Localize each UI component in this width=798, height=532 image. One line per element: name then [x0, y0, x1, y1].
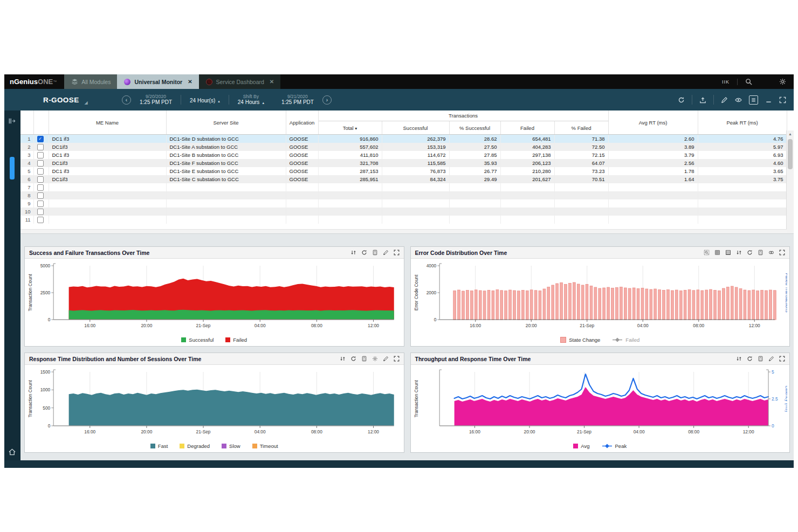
table-row-empty[interactable]: 8: [20, 191, 787, 199]
settings-gear-icon[interactable]: [779, 78, 786, 85]
chart-plot-area[interactable]: 02000400016:0020:0021-Sep04:0008:0012:00…: [413, 260, 788, 334]
row-checkbox[interactable]: [37, 209, 44, 215]
table-row[interactable]: 6 DC1if3 DC1-Site C substation to GCC GO…: [20, 175, 787, 183]
table-scrollbar[interactable]: ▲: [786, 130, 794, 233]
timeline-back-button[interactable]: ‹: [122, 95, 131, 105]
edit-icon[interactable]: [768, 356, 774, 362]
legend-item-avg[interactable]: Avg: [573, 443, 589, 449]
refresh-icon[interactable]: [747, 356, 753, 362]
edit-icon[interactable]: [383, 250, 389, 255]
table-row-empty[interactable]: 11: [20, 216, 787, 224]
table-row[interactable]: 4 DC1if3 DC1-Site F substation to GCC GO…: [20, 159, 787, 167]
row-checkbox[interactable]: [37, 201, 44, 207]
tab-close-icon[interactable]: ✕: [188, 79, 192, 85]
edit-icon[interactable]: [721, 96, 728, 103]
minimize-icon[interactable]: [765, 96, 772, 103]
tab-all-modules[interactable]: All Modules: [64, 74, 117, 89]
calculator-icon[interactable]: [372, 250, 378, 255]
row-checkbox[interactable]: [37, 217, 44, 223]
legend-item-fast[interactable]: Fast: [150, 443, 168, 449]
row-checkbox[interactable]: [37, 152, 44, 158]
user-initials[interactable]: IIK: [722, 79, 730, 85]
legend-item-timeout[interactable]: Timeout: [252, 443, 278, 449]
expand-icon[interactable]: [779, 96, 786, 103]
expand-icon[interactable]: [779, 356, 785, 362]
legend-item-state-change[interactable]: State Change: [560, 337, 600, 343]
legend-icon[interactable]: [749, 95, 758, 105]
table-row-empty[interactable]: 7: [20, 183, 787, 191]
tab-close-icon[interactable]: ✕: [270, 79, 274, 85]
table-icon[interactable]: [725, 250, 731, 255]
row-checkbox[interactable]: [37, 176, 44, 183]
link-icon[interactable]: [768, 250, 774, 255]
export-icon[interactable]: [699, 96, 706, 103]
eye-icon[interactable]: [735, 96, 742, 103]
legend-item-failed[interactable]: Failed: [612, 337, 639, 343]
refresh-icon[interactable]: [350, 356, 356, 362]
chart-plot-area[interactable]: 02500500016:0020:0021-Sep04:0008:0012:00…: [27, 260, 402, 334]
row-checkbox[interactable]: [37, 168, 44, 175]
legend-item-peak[interactable]: Peak: [602, 443, 627, 449]
column-header-me-name[interactable]: ME Name: [49, 110, 166, 135]
column-header-pct-successful[interactable]: % Successful: [449, 121, 500, 135]
scrollbar-thumb[interactable]: [788, 139, 793, 169]
end-datetime[interactable]: 9/21/2020 1:25 PM PDT: [273, 94, 322, 106]
search-icon[interactable]: [745, 78, 752, 85]
start-datetime[interactable]: 9/20/2020 1:25 PM PDT: [131, 94, 181, 106]
row-checkbox[interactable]: [37, 192, 44, 199]
duration-selector[interactable]: 24 Hour(s)▴: [181, 94, 229, 105]
flip-icon[interactable]: [736, 250, 742, 255]
column-header-server-site[interactable]: Server Site: [166, 110, 286, 135]
column-header-avg-rt[interactable]: Avg RT (ms): [608, 110, 698, 135]
calculator-icon[interactable]: [361, 356, 367, 362]
calculator-icon[interactable]: [758, 356, 763, 362]
cell-me-name: DC1if3: [49, 175, 166, 183]
flip-icon[interactable]: [340, 356, 346, 362]
panel-title: Error Code Distribution Over Time: [415, 250, 507, 256]
expand-icon[interactable]: [394, 356, 400, 362]
legend-item-successful[interactable]: Successful: [181, 337, 214, 343]
row-checkbox[interactable]: ✓: [37, 136, 44, 142]
legend-item-degraded[interactable]: Degraded: [180, 443, 210, 449]
column-header-application[interactable]: Application: [286, 110, 318, 135]
zoom-select-icon[interactable]: [704, 250, 710, 255]
table-row[interactable]: 2 DC1if3 DC1-Site A substation to GCC GO…: [20, 143, 787, 151]
calculator-icon[interactable]: [758, 250, 763, 255]
refresh-icon[interactable]: [747, 250, 753, 255]
refresh-icon[interactable]: [678, 96, 685, 103]
home-icon[interactable]: [8, 448, 16, 456]
row-checkbox[interactable]: [37, 184, 44, 191]
shift-by-selector[interactable]: Shift By 24 Hours▴: [229, 94, 273, 106]
grid-icon[interactable]: [714, 250, 720, 255]
table-row[interactable]: 3 DC1 if3 DC1-Site B substation to GCC G…: [20, 151, 787, 159]
column-header-total[interactable]: Total ▾: [318, 121, 382, 135]
row-checkbox[interactable]: [37, 160, 44, 167]
chart-plot-area[interactable]: 16:0020:0021-Sep04:0008:0012:00Transacti…: [413, 367, 788, 440]
table-row-empty[interactable]: 10: [20, 208, 787, 216]
refresh-icon[interactable]: [361, 250, 367, 255]
row-checkbox[interactable]: [37, 144, 44, 150]
table-row[interactable]: 1 ✓ DC1 if3 DC1-Site D substation to GCC…: [20, 135, 787, 143]
sidebar-toggle-icon[interactable]: [8, 117, 16, 125]
flip-icon[interactable]: [350, 250, 356, 255]
scroll-up-arrow-icon[interactable]: ▲: [787, 130, 794, 136]
timeline-forward-button[interactable]: ›: [322, 95, 332, 105]
chart-plot-area[interactable]: 05001000150016:0020:0021-Sep04:0008:0012…: [27, 367, 402, 440]
column-header-successful[interactable]: Successful: [382, 121, 449, 135]
flip-icon[interactable]: [736, 356, 742, 362]
column-header-failed[interactable]: Failed: [500, 121, 554, 135]
tab-universal-monitor[interactable]: Universal Monitor✕: [117, 74, 198, 89]
svg-text:04:00: 04:00: [633, 429, 644, 434]
title-resize-caret[interactable]: ◢: [85, 100, 88, 105]
tab-service-dashboard[interactable]: Service Dashboard✕: [199, 74, 281, 89]
expand-icon[interactable]: [779, 250, 785, 255]
column-header-pct-failed[interactable]: % Failed: [554, 121, 608, 135]
column-header-peak-rt[interactable]: Peak RT (ms): [698, 110, 787, 135]
expand-icon[interactable]: [394, 250, 400, 255]
legend-item-slow[interactable]: Slow: [222, 443, 240, 449]
table-row-empty[interactable]: 9: [20, 199, 787, 208]
edit-icon[interactable]: [383, 356, 389, 362]
table-row[interactable]: 5 DC1 if3 DC1-Site E substation to GCC G…: [20, 167, 787, 175]
gear-icon[interactable]: [372, 356, 378, 362]
legend-item-failed[interactable]: Failed: [225, 337, 247, 343]
